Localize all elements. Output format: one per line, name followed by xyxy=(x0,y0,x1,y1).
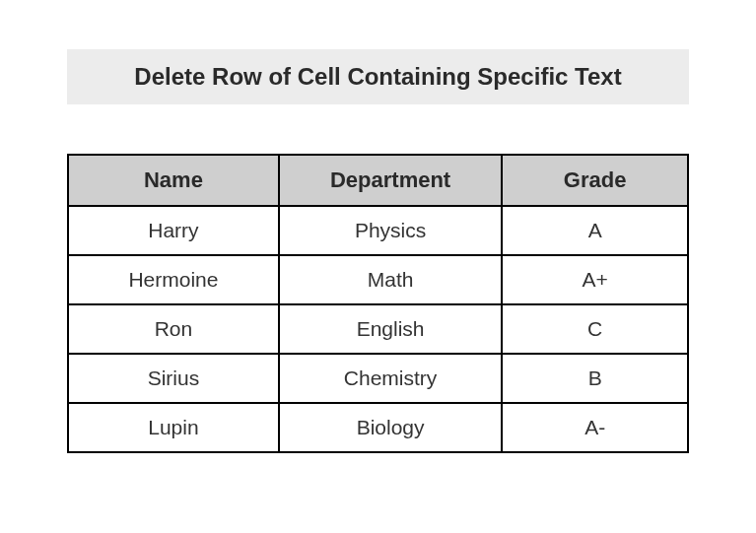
cell-name: Lupin xyxy=(68,403,279,452)
cell-grade: A- xyxy=(502,403,688,452)
cell-grade: C xyxy=(502,304,688,354)
table-header-row: Name Department Grade xyxy=(68,155,688,206)
table-row: Hermoine Math A+ xyxy=(68,255,688,304)
cell-name: Hermoine xyxy=(68,255,279,304)
cell-department: Chemistry xyxy=(279,354,502,403)
column-header-grade: Grade xyxy=(502,155,688,206)
table-row: Sirius Chemistry B xyxy=(68,354,688,403)
cell-department: English xyxy=(279,304,502,354)
cell-name: Harry xyxy=(68,206,279,255)
cell-department: Biology xyxy=(279,403,502,452)
cell-grade: A xyxy=(502,206,688,255)
cell-name: Sirius xyxy=(68,354,279,403)
column-header-department: Department xyxy=(279,155,502,206)
cell-department: Physics xyxy=(279,206,502,255)
table-row: Ron English C xyxy=(68,304,688,354)
page-title: Delete Row of Cell Containing Specific T… xyxy=(67,49,689,104)
data-table: Name Department Grade Harry Physics A He… xyxy=(67,154,689,453)
cell-grade: B xyxy=(502,354,688,403)
table-row: Harry Physics A xyxy=(68,206,688,255)
cell-name: Ron xyxy=(68,304,279,354)
column-header-name: Name xyxy=(68,155,279,206)
table-row: Lupin Biology A- xyxy=(68,403,688,452)
cell-department: Math xyxy=(279,255,502,304)
cell-grade: A+ xyxy=(502,255,688,304)
